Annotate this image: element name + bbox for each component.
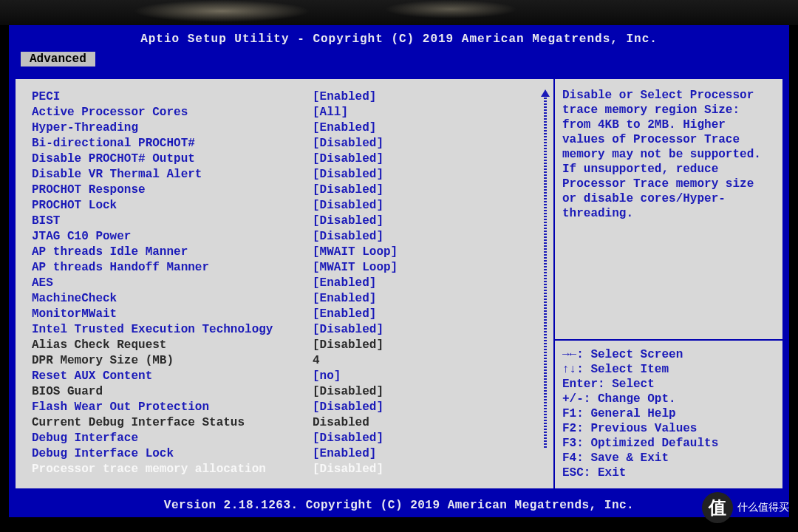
setting-row[interactable]: AES[Enabled] — [32, 276, 546, 290]
setting-row[interactable]: Reset AUX Content[no] — [32, 369, 546, 383]
watermark: 值 什么值得买 — [702, 492, 789, 523]
setting-row[interactable]: AP threads Handoff Manner[MWAIT Loop] — [32, 260, 546, 275]
key-hint: F1: General Help — [562, 407, 775, 420]
setting-label: Alias Check Request — [32, 338, 313, 352]
setting-row[interactable]: Debug Interface[Disabled] — [32, 431, 546, 446]
setting-value: [Disabled] — [313, 323, 383, 336]
setting-row[interactable]: Bi-directional PROCHOT#[Disabled] — [32, 136, 546, 151]
setting-label: AP threads Handoff Manner — [32, 261, 313, 274]
watermark-text: 什么值得买 — [737, 501, 789, 514]
setting-row[interactable]: Disable VR Thermal Alert[Disabled] — [32, 167, 546, 182]
setting-label: PROCHOT Lock — [32, 199, 313, 212]
setting-row[interactable]: MonitorMWait[Enabled] — [32, 307, 546, 321]
key-hint: ESC: Exit — [562, 466, 775, 480]
setting-row: BIOS Guard[Disabled] — [32, 384, 546, 399]
setting-value: [Enabled] — [313, 292, 376, 305]
setting-row[interactable]: JTAG C10 Power[Disabled] — [32, 229, 546, 244]
key-legend: →←: Select Screen↑↓: Select ItemEnter: S… — [555, 341, 782, 488]
setting-value: [Disabled] — [313, 338, 383, 352]
setting-row: Current Debug Interface StatusDisabled — [32, 415, 546, 430]
setting-value: [Disabled] — [313, 214, 383, 228]
setting-label: Debug Interface Lock — [32, 447, 313, 460]
tab-advanced[interactable]: Advanced — [21, 52, 95, 66]
help-text: Disable or Select Processor trace memory… — [555, 79, 782, 341]
setting-label: Active Processor Cores — [32, 106, 313, 119]
setting-label: Intel Trusted Execution Technology — [32, 323, 313, 336]
setting-row[interactable]: PROCHOT Response[Disabled] — [32, 183, 546, 197]
setting-row[interactable]: PECI[Enabled] — [32, 89, 546, 104]
setting-value: [Disabled] — [313, 183, 383, 197]
setting-value: [Disabled] — [313, 463, 383, 476]
setting-value: [Disabled] — [313, 432, 383, 445]
setting-value: [Enabled] — [313, 447, 376, 460]
side-panel: Disable or Select Processor trace memory… — [554, 78, 783, 489]
monitor-bezel — [0, 0, 798, 25]
setting-row[interactable]: Debug Interface Lock[Enabled] — [32, 446, 546, 461]
setting-row: Alias Check Request[Disabled] — [32, 338, 546, 352]
reflection — [384, 0, 517, 18]
key-hint: F4: Save & Exit — [562, 451, 775, 465]
setting-label: PECI — [32, 90, 313, 103]
setting-label: BIOS Guard — [32, 385, 313, 398]
setting-label: MonitorMWait — [32, 307, 313, 321]
setting-label: AP threads Idle Manner — [32, 245, 313, 259]
scroll-up-icon — [541, 89, 550, 97]
setting-label: Debug Interface — [32, 432, 313, 445]
setting-label: BIST — [32, 214, 313, 228]
setting-row[interactable]: Disable PROCHOT# Output[Disabled] — [32, 151, 546, 166]
setting-value: [Enabled] — [313, 90, 376, 103]
setting-row[interactable]: Active Processor Cores[All] — [32, 105, 546, 120]
setting-label: Disable VR Thermal Alert — [32, 168, 313, 181]
setting-value: [Disabled] — [313, 168, 383, 181]
setting-label: DPR Memory Size (MB) — [32, 354, 313, 367]
setting-label: Bi-directional PROCHOT# — [32, 137, 313, 150]
setting-value: [Disabled] — [313, 230, 383, 243]
setting-value: [Disabled] — [313, 152, 383, 166]
setting-value: [Enabled] — [313, 121, 376, 134]
setting-row[interactable]: PROCHOT Lock[Disabled] — [32, 198, 546, 213]
setting-value: [All] — [313, 106, 348, 119]
header: Aptio Setup Utility - Copyright (C) 2019… — [9, 25, 789, 77]
setting-row[interactable]: BIST[Disabled] — [32, 214, 546, 228]
setting-row[interactable]: MachineCheck[Enabled] — [32, 291, 546, 306]
setting-row[interactable]: AP threads Idle Manner[MWAIT Loop] — [32, 245, 546, 259]
setting-value: [Disabled] — [313, 137, 383, 150]
setting-label: Flash Wear Out Protection — [32, 400, 313, 414]
setting-row: DPR Memory Size (MB)4 — [32, 353, 546, 368]
setting-label: Disable PROCHOT# Output — [32, 152, 313, 166]
scrollbar[interactable] — [540, 89, 550, 448]
setting-value: [Disabled] — [313, 400, 383, 414]
setting-label: JTAG C10 Power — [32, 230, 313, 243]
setting-value: [no] — [313, 369, 341, 383]
key-hint: Enter: Select — [562, 378, 775, 391]
setting-row[interactable]: Intel Trusted Execution Technology[Disab… — [32, 322, 546, 337]
tab-row: Advanced — [9, 52, 789, 66]
setting-label: Reset AUX Content — [32, 369, 313, 383]
setting-value: [MWAIT Loop] — [313, 245, 398, 259]
setting-value: [Disabled] — [313, 199, 383, 212]
setting-value: [MWAIT Loop] — [313, 261, 398, 274]
setting-label: AES — [32, 276, 313, 290]
setting-label: Processor trace memory allocation — [32, 463, 313, 476]
setting-label: MachineCheck — [32, 292, 313, 305]
setting-label: Hyper-Threading — [32, 121, 313, 134]
key-hint: F2: Previous Values — [562, 422, 775, 435]
footer-version: Version 2.18.1263. Copyright (C) 2019 Am… — [9, 495, 789, 517]
settings-panel: PECI[Enabled]Active Processor Cores[All]… — [15, 78, 554, 489]
setting-row[interactable]: Hyper-Threading[Enabled] — [32, 120, 546, 135]
main-area: PECI[Enabled]Active Processor Cores[All]… — [13, 77, 785, 491]
setting-row[interactable]: Processor trace memory allocation[Disabl… — [32, 462, 546, 477]
key-hint: F3: Optimized Defaults — [562, 437, 775, 450]
key-hint: ↑↓: Select Item — [562, 363, 775, 376]
setting-value: Disabled — [313, 416, 369, 429]
key-hint: +/-: Change Opt. — [562, 392, 775, 406]
setting-value: 4 — [313, 354, 320, 367]
setting-row[interactable]: Flash Wear Out Protection[Disabled] — [32, 400, 546, 415]
setting-value: [Disabled] — [313, 385, 383, 398]
setting-value: [Enabled] — [313, 276, 376, 290]
setting-label: PROCHOT Response — [32, 183, 313, 197]
key-hint: →←: Select Screen — [562, 348, 775, 361]
setting-value: [Enabled] — [313, 307, 376, 321]
watermark-badge-icon: 值 — [702, 492, 733, 523]
reflection — [133, 0, 310, 22]
